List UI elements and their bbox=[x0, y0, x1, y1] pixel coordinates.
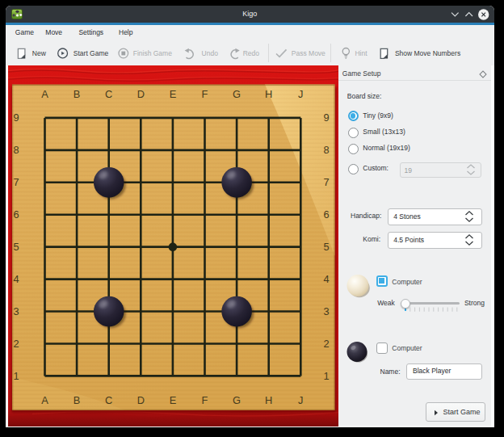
svg-text:5: 5 bbox=[13, 241, 19, 253]
svg-text:A: A bbox=[41, 88, 48, 100]
svg-text:9: 9 bbox=[13, 111, 19, 124]
svg-text:3: 3 bbox=[323, 305, 329, 317]
svg-text:D: D bbox=[136, 394, 144, 406]
svg-text:E: E bbox=[169, 394, 176, 406]
svg-text:5: 5 bbox=[323, 241, 329, 253]
svg-text:1: 1 bbox=[13, 369, 19, 381]
svg-text:C: C bbox=[105, 88, 112, 100]
svg-text:6: 6 bbox=[323, 208, 329, 221]
svg-text:E: E bbox=[169, 88, 176, 100]
svg-text:A: A bbox=[41, 394, 48, 406]
svg-text:D: D bbox=[136, 88, 144, 100]
svg-text:J: J bbox=[298, 88, 303, 100]
svg-text:8: 8 bbox=[13, 144, 19, 156]
svg-text:B: B bbox=[73, 88, 80, 100]
svg-text:1: 1 bbox=[323, 369, 329, 381]
svg-text:6: 6 bbox=[13, 208, 19, 221]
svg-text:G: G bbox=[233, 88, 241, 100]
svg-text:8: 8 bbox=[323, 144, 329, 156]
svg-text:F: F bbox=[201, 394, 208, 406]
svg-text:C: C bbox=[105, 394, 112, 406]
svg-text:4: 4 bbox=[13, 273, 19, 285]
svg-text:4: 4 bbox=[323, 273, 329, 285]
svg-text:J: J bbox=[298, 394, 303, 406]
svg-text:H: H bbox=[265, 88, 272, 100]
svg-text:G: G bbox=[233, 394, 241, 406]
svg-text:9: 9 bbox=[323, 111, 329, 124]
svg-text:H: H bbox=[265, 394, 272, 406]
svg-text:F: F bbox=[201, 88, 208, 100]
svg-text:2: 2 bbox=[323, 337, 329, 349]
svg-text:3: 3 bbox=[13, 305, 19, 317]
svg-text:7: 7 bbox=[13, 176, 19, 188]
svg-text:B: B bbox=[73, 394, 80, 406]
svg-text:2: 2 bbox=[13, 337, 19, 349]
svg-text:7: 7 bbox=[323, 176, 329, 188]
